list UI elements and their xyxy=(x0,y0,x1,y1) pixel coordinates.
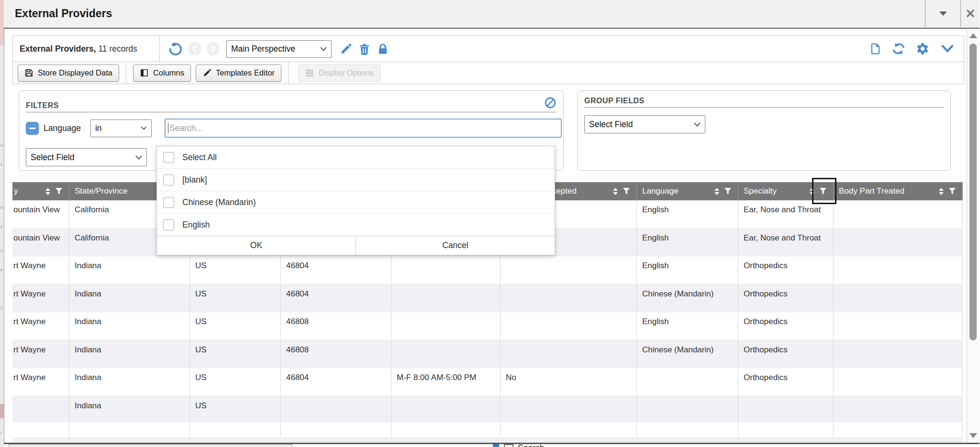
table-cell[interactable]: US xyxy=(190,256,281,284)
checkbox-icon[interactable] xyxy=(163,197,174,208)
table-cell[interactable] xyxy=(69,422,190,437)
table-cell[interactable] xyxy=(391,256,501,284)
filter-icon[interactable] xyxy=(724,187,732,195)
filter-operator-select[interactable]: in xyxy=(90,120,152,137)
collapse-toolbar-button[interactable] xyxy=(941,44,954,54)
table-cell[interactable]: US xyxy=(190,284,281,312)
table-cell[interactable]: ountain View xyxy=(12,229,69,256)
dialog-menu-button[interactable] xyxy=(925,0,961,27)
table-cell[interactable] xyxy=(834,229,963,256)
table-cell[interactable]: Indiana xyxy=(69,368,190,396)
lock-perspective-button[interactable] xyxy=(377,43,389,55)
table-cell[interactable] xyxy=(834,256,963,284)
table-cell[interactable] xyxy=(501,312,637,340)
columns-button[interactable]: Columns xyxy=(133,65,191,82)
table-cell[interactable] xyxy=(501,284,637,312)
table-cell[interactable]: Indiana xyxy=(69,284,190,312)
vertical-scrollbar[interactable] xyxy=(967,29,980,443)
column-header-body-part-treated[interactable]: Body Part Treated xyxy=(834,182,963,200)
scroll-up-arrow-icon[interactable] xyxy=(969,33,977,38)
table-row[interactable]: rt WayneIndianaUS46804EnglishOrthopedics xyxy=(12,256,963,284)
filter-icon[interactable] xyxy=(948,187,956,195)
table-cell[interactable] xyxy=(391,284,501,312)
popup-ok-button[interactable]: OK xyxy=(157,236,356,255)
checkbox-icon[interactable] xyxy=(163,219,174,230)
table-row[interactable]: rt WayneIndianaUS46808Chinese (Mandarin)… xyxy=(12,340,963,368)
table-row[interactable]: rt WayneIndianaUS46804M-F 8:00 AM-5:00 P… xyxy=(12,368,963,396)
delete-perspective-button[interactable] xyxy=(358,43,371,55)
display-options-button[interactable]: Display Options xyxy=(298,65,381,82)
column-header-y[interactable]: y xyxy=(12,182,69,200)
table-cell[interactable] xyxy=(501,340,637,368)
table-cell[interactable] xyxy=(834,368,963,396)
checkbox-icon[interactable] xyxy=(163,174,174,185)
table-cell[interactable]: English xyxy=(637,229,738,256)
column-header-language[interactable]: Language xyxy=(637,182,738,200)
filter-option-select-all[interactable]: Select All xyxy=(157,146,555,168)
table-row[interactable] xyxy=(12,422,963,438)
refresh-button[interactable] xyxy=(892,42,905,55)
table-cell[interactable]: Orthopedics xyxy=(738,312,834,340)
scroll-down-arrow-icon[interactable] xyxy=(969,433,977,438)
table-cell[interactable] xyxy=(12,396,69,422)
table-cell[interactable]: rt Wayne xyxy=(12,284,69,312)
table-cell[interactable] xyxy=(190,422,281,437)
table-cell[interactable]: rt Wayne xyxy=(12,312,69,340)
table-cell[interactable]: Chinese (Mandarin) xyxy=(637,340,738,368)
table-cell[interactable]: English xyxy=(637,200,738,228)
forward-button[interactable] xyxy=(206,42,220,55)
table-cell[interactable]: ountain View xyxy=(12,200,69,228)
table-cell[interactable]: 46808 xyxy=(281,340,391,368)
table-cell[interactable] xyxy=(281,422,391,437)
table-cell[interactable]: US xyxy=(190,368,281,396)
table-cell[interactable] xyxy=(501,396,637,422)
table-cell[interactable] xyxy=(501,422,637,437)
sort-icon[interactable] xyxy=(714,187,720,196)
table-cell[interactable]: No xyxy=(501,368,637,396)
table-cell[interactable]: US xyxy=(190,396,281,422)
table-cell[interactable] xyxy=(834,200,963,228)
table-cell[interactable] xyxy=(834,396,963,422)
edit-perspective-button[interactable] xyxy=(339,43,352,55)
table-row[interactable]: rt WayneIndianaUS46804Chinese (Mandarin)… xyxy=(12,284,963,312)
filter-option-blank[interactable]: [blank] xyxy=(157,168,555,191)
table-cell[interactable] xyxy=(637,396,738,422)
table-cell[interactable]: US xyxy=(190,340,281,368)
settings-button[interactable] xyxy=(916,42,929,55)
table-cell[interactable] xyxy=(391,312,501,340)
table-cell[interactable] xyxy=(834,312,963,340)
table-cell[interactable]: Chinese (Mandarin) xyxy=(637,284,738,312)
add-filter-field-select[interactable]: Select Field xyxy=(26,148,147,166)
table-cell[interactable]: rt Wayne xyxy=(12,368,69,396)
table-cell[interactable]: 46804 xyxy=(281,256,391,284)
remove-filter-button[interactable] xyxy=(26,122,39,135)
sort-icon[interactable] xyxy=(938,187,944,196)
table-cell[interactable] xyxy=(391,340,501,368)
filter-option-chinese-mandarin[interactable]: Chinese (Mandarin) xyxy=(157,191,555,213)
horizontal-scrollbar-fragment[interactable] xyxy=(9,444,292,447)
table-cell[interactable]: Orthopedics xyxy=(738,368,834,396)
scrollbar-thumb[interactable] xyxy=(969,44,977,340)
sort-icon[interactable] xyxy=(612,187,618,196)
table-cell[interactable]: 46804 xyxy=(281,368,391,396)
table-cell[interactable] xyxy=(637,422,738,437)
table-cell[interactable] xyxy=(738,422,834,437)
perspective-select[interactable]: Main Perspective xyxy=(226,40,332,58)
filter-icon[interactable] xyxy=(623,187,630,195)
table-cell[interactable] xyxy=(12,422,69,437)
table-cell[interactable]: Orthopedics xyxy=(738,284,834,312)
popup-cancel-button[interactable]: Cancel xyxy=(356,236,555,255)
store-displayed-data-button[interactable]: Store Displayed Data xyxy=(18,65,119,82)
checkbox-icon[interactable] xyxy=(163,152,174,163)
table-cell[interactable] xyxy=(834,284,963,312)
table-cell[interactable]: Ear, Nose and Throat xyxy=(738,229,834,256)
group-field-select[interactable]: Select Field xyxy=(584,115,705,133)
table-cell[interactable] xyxy=(501,256,637,284)
table-cell[interactable]: Ear, Nose and Throat xyxy=(738,200,834,228)
table-cell[interactable]: 46808 xyxy=(281,312,391,340)
table-row[interactable]: rt WayneIndianaUS46808EnglishOrthopedics xyxy=(12,312,963,340)
table-cell[interactable] xyxy=(738,396,834,422)
table-cell[interactable]: English xyxy=(637,256,738,284)
table-cell[interactable]: Indiana xyxy=(69,396,190,422)
filter-option-english[interactable]: English xyxy=(157,213,555,236)
